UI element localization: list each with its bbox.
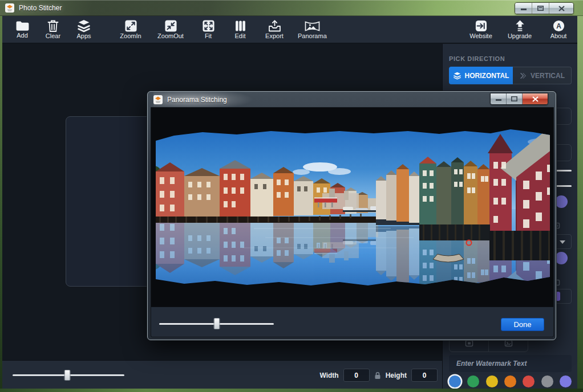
panorama-image [151,108,554,307]
window-title: Photo Stitcher [19,4,62,12]
toolbar-label: Clear [46,33,60,39]
slider-thumb[interactable] [64,370,71,381]
color-swatch-blue[interactable] [449,375,461,387]
color-swatch-green[interactable] [467,375,479,387]
dialog-titlebar[interactable]: Panorama Stitching [148,92,556,107]
watermark-color-row [449,375,572,387]
layers-icon [453,72,461,80]
layers-icon [76,19,91,32]
preview-zoom-slider[interactable] [159,318,274,329]
chevron-down-icon [560,240,565,244]
text-watermark-icon [465,340,473,347]
main-bottom-bar: Width Height [2,360,442,389]
toolbar-button-about[interactable]: A About [545,17,572,43]
toolbar-label: Fit [205,33,212,39]
toolbar-label: About [550,33,567,39]
vertical-button[interactable]: VERTICAL [513,67,572,84]
color-swatch-purple[interactable] [560,375,572,387]
toolbar-label: Website [469,33,492,39]
dialog-window-controls [490,93,548,105]
dialog-bottom-bar: Done [151,307,554,337]
toolbar-label: Panorama [298,33,327,39]
color-preview-dot[interactable] [555,252,568,264]
color-swatch-orange[interactable] [504,375,516,387]
panorama-stitching-dialog: Panorama Stitching [147,91,556,340]
width-input[interactable] [343,369,370,382]
toolbar-label: Edit [235,33,246,39]
toolbar-button-website[interactable]: Website [468,17,494,43]
dialog-minimize-button[interactable] [491,93,507,104]
panorama-icon [305,20,320,32]
upload-arrow-icon [513,19,527,32]
toolbar-label: Export [265,33,284,39]
toolbar-button-apps[interactable]: Apps [71,17,97,43]
lock-icon[interactable] [374,371,381,379]
main-titlebar[interactable]: Photo Stitcher [0,0,583,16]
toolbar-label: ZoomIn [120,33,141,39]
toolbar-button-export[interactable]: Export [261,17,288,43]
about-icon: A [552,19,565,32]
main-toolbar: Add Clear Apps ZoomIn ZoomOut Fit Edit [2,16,577,43]
dialog-close-button[interactable] [523,93,548,104]
trash-icon [47,19,59,32]
zoom-in-icon [124,19,137,32]
toolbar-button-upgrade[interactable]: Upgrade [507,17,533,43]
export-icon [268,19,282,32]
toolbar-button-edit[interactable]: Edit [227,17,253,43]
svg-text:A: A [556,22,561,30]
photo-stitcher-window: Photo Stitcher Add Clear Apps ZoomIn Zoo… [0,0,583,392]
slider-thumb[interactable] [213,318,220,329]
toolbar-button-zoomin[interactable]: ZoomIn [118,17,144,43]
horizontal-label: HORIZONTAL [465,72,509,80]
image-watermark-icon [504,340,513,347]
toolbar-button-add[interactable]: Add [9,17,35,43]
color-preview-dot[interactable] [555,195,568,208]
toolbar-label: Apps [76,33,91,39]
color-swatch-yellow[interactable] [486,375,498,387]
minimize-button[interactable] [515,3,532,14]
toolbar-right-group: Website Upgrade A About [468,17,572,43]
canvas-zoom-slider[interactable] [13,370,124,381]
toolbar-label: Upgrade [508,33,532,39]
columns-icon [234,19,247,32]
dialog-body: Done [151,107,554,337]
toolbar-button-fit[interactable]: Fit [195,17,221,43]
chevrons-right-icon [519,72,527,80]
height-label: Height [386,371,407,379]
close-button[interactable] [549,3,573,14]
watermark-text-input[interactable] [449,355,572,372]
done-button[interactable]: Done [501,318,544,331]
direction-toggle: HORIZONTAL VERTICAL [449,67,572,84]
panorama-preview [151,108,554,307]
window-frame-right [577,16,583,389]
toolbar-button-panorama[interactable]: Panorama [298,17,327,43]
dimensions-group: Width Height [319,369,438,382]
toolbar-label: ZoomOut [157,33,184,39]
dialog-title: Panorama Stitching [167,96,227,104]
pick-direction-label: PICK DIRECTION [449,55,505,62]
horizontal-button[interactable]: HORIZONTAL [449,67,513,84]
zoom-out-icon [164,19,177,32]
color-swatch-gray[interactable] [541,375,553,387]
window-frame-left [0,16,2,389]
toolbar-label: Add [17,32,28,39]
external-link-icon [475,19,488,32]
folder-icon [15,20,30,32]
main-window-controls [515,2,574,14]
color-swatch-red[interactable] [523,375,535,387]
window-frame-bottom [0,389,583,392]
toolbar-button-zoomout[interactable]: ZoomOut [157,17,184,43]
width-label: Width [319,371,338,379]
maximize-button[interactable] [532,3,549,14]
app-logo-icon [5,3,14,13]
dialog-maximize-button[interactable] [507,93,523,104]
toolbar-button-clear[interactable]: Clear [40,17,66,43]
vertical-label: VERTICAL [531,72,565,80]
height-input[interactable] [411,369,438,382]
app-logo-icon [153,95,163,104]
fit-screen-icon [202,19,215,32]
